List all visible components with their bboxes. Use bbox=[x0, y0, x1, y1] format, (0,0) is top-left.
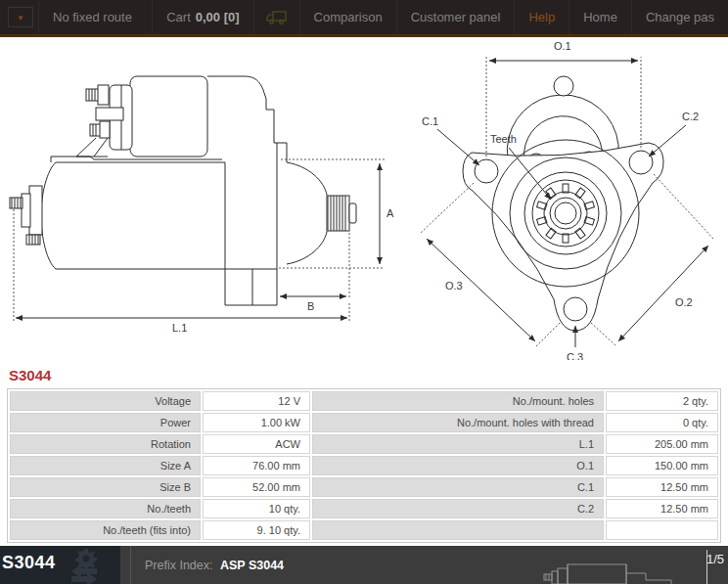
dim-label-o1: O.1 bbox=[554, 40, 571, 52]
dim-label-c2: C.2 bbox=[682, 111, 699, 122]
spec-label bbox=[312, 520, 604, 540]
spec-value: 76.00 mm bbox=[203, 456, 310, 475]
spec-value: 52.00 mm bbox=[203, 477, 310, 497]
starter-motor-diagram: A B L.1 bbox=[0, 37, 728, 360]
spec-value: 12.50 mm bbox=[606, 499, 718, 518]
nav-item-cart[interactable]: Cart 0,00 [0] bbox=[152, 0, 252, 34]
change-password-label: Change pas bbox=[646, 10, 714, 24]
prefix-index: Prefix Index: ASP S3044 bbox=[145, 559, 284, 572]
nav-item-customer-panel[interactable]: Customer panel bbox=[396, 0, 515, 34]
caret-down-icon: ▾ bbox=[19, 13, 23, 22]
spec-label: C.1 bbox=[312, 477, 604, 497]
spec-value: 10 qty. bbox=[203, 499, 310, 518]
spec-label: No./teeth (fits into) bbox=[10, 520, 201, 540]
nav-item-route[interactable]: No fixed route bbox=[38, 0, 146, 34]
product-thumbnail-drawing bbox=[517, 546, 703, 584]
prefix-index-label: Prefix Index: bbox=[145, 559, 212, 572]
spec-label: Power bbox=[10, 413, 201, 432]
cart-label: Cart bbox=[166, 10, 191, 24]
spec-label: No./mount. holes with thread bbox=[312, 413, 604, 432]
nav-item-delivery[interactable] bbox=[253, 0, 299, 34]
spec-value: 2 qty. bbox=[606, 391, 718, 411]
gear-swap-icon bbox=[54, 547, 114, 584]
spec-label: C.2 bbox=[312, 499, 604, 518]
spec-value: 12 V bbox=[203, 391, 310, 411]
spec-label: No./mount. holes bbox=[312, 391, 604, 411]
footer-divider bbox=[130, 546, 131, 584]
spec-label: Size A bbox=[10, 456, 201, 475]
spec-value: 205.00 mm bbox=[606, 434, 718, 454]
spec-table: Voltage 12 V No./mount. holes 2 qty. Pow… bbox=[7, 388, 721, 543]
product-code-heading: S3044 bbox=[9, 367, 728, 383]
home-label: Home bbox=[583, 10, 617, 24]
dim-label-o3: O.3 bbox=[445, 280, 463, 292]
spec-label: No./teeth bbox=[10, 499, 201, 518]
cart-value: 0,00 [0] bbox=[196, 10, 240, 24]
customer-panel-label: Customer panel bbox=[411, 10, 501, 24]
spec-label: Rotation bbox=[10, 434, 201, 454]
nav-item-change-password[interactable]: Change pas bbox=[631, 0, 728, 34]
dim-label-o2: O.2 bbox=[675, 296, 693, 308]
front-view-drawing: O.1 C.1 C.2 Teeth O.3 O.2 C.3 bbox=[421, 40, 713, 360]
footer-product-tab[interactable]: S3044 bbox=[0, 546, 120, 584]
help-label: Help bbox=[528, 10, 555, 24]
comparison-label: Comparison bbox=[314, 10, 383, 24]
spec-label: L.1 bbox=[312, 434, 604, 454]
bottom-bar: S3044 Prefix Index: ASP S3044 1/5 bbox=[0, 546, 728, 584]
spec-value: 12.50 mm bbox=[606, 477, 718, 497]
technical-drawings: A B L.1 bbox=[0, 37, 728, 360]
nav-item-comparison[interactable]: Comparison bbox=[299, 0, 396, 34]
footer-product-code: S3044 bbox=[2, 553, 56, 573]
dim-label-a: A bbox=[387, 207, 394, 219]
nav-item-home[interactable]: Home bbox=[569, 0, 631, 34]
dim-label-l1: L.1 bbox=[172, 322, 187, 334]
spec-label: Voltage bbox=[10, 391, 201, 411]
teeth-label: Teeth bbox=[490, 133, 517, 145]
top-navigation-bar: ▾ No fixed route Cart 0,00 [0] Compariso… bbox=[0, 0, 728, 37]
spec-value: 9. 10 qty. bbox=[203, 520, 310, 540]
dropdown-caret-button[interactable]: ▾ bbox=[8, 7, 33, 27]
spec-label: Size B bbox=[10, 477, 201, 497]
dim-label-b: B bbox=[307, 300, 314, 312]
prefix-index-value: ASP S3044 bbox=[220, 559, 284, 572]
spec-label: O.1 bbox=[312, 456, 604, 475]
spec-value: ACW bbox=[203, 434, 310, 454]
spec-value bbox=[606, 520, 718, 540]
spec-value: 150.00 mm bbox=[606, 456, 718, 475]
side-view-drawing: A B L.1 bbox=[10, 76, 394, 334]
page-indicator: 1/5 bbox=[706, 552, 724, 566]
spec-value: 1.00 kW bbox=[203, 413, 310, 432]
spec-value: 0 qty. bbox=[606, 413, 718, 432]
route-label: No fixed route bbox=[53, 10, 132, 24]
nav-item-help[interactable]: Help bbox=[514, 0, 569, 34]
dim-label-c3: C.3 bbox=[567, 351, 583, 360]
truck-icon bbox=[266, 10, 288, 25]
dim-label-c1: C.1 bbox=[422, 115, 438, 127]
